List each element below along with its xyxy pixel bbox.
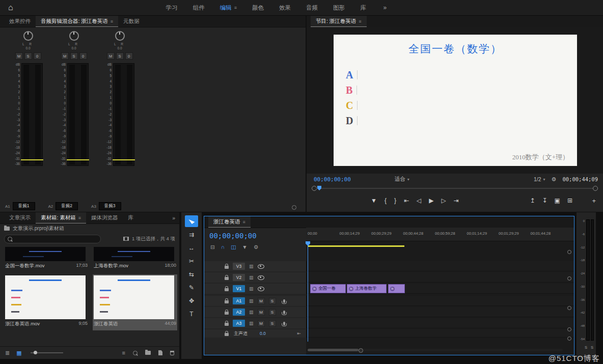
hand-tool[interactable]: ✥ (185, 295, 198, 306)
workspace-tab-learning[interactable]: 学习 (166, 4, 178, 12)
workspace-tab-graphics[interactable]: 图形 (333, 4, 345, 12)
track-select-tool[interactable]: ⇉ (185, 229, 198, 240)
solo-button[interactable]: S (24, 52, 32, 60)
search-input[interactable] (15, 236, 88, 242)
insert-overwrite-nest-button[interactable]: ⊟ (210, 244, 215, 250)
lock-icon[interactable] (225, 288, 229, 291)
clip-thumbnail[interactable] (94, 275, 174, 319)
panel-menu-icon[interactable]: ≡ (359, 19, 361, 24)
scrubber-right-handle[interactable] (593, 186, 598, 191)
panel-menu-icon[interactable]: ≡ (111, 19, 113, 24)
fader-handle[interactable] (67, 159, 89, 160)
panel-menu-icon[interactable]: ≡ (78, 215, 81, 220)
tab-media-browser[interactable]: 媒体浏览器 (86, 212, 123, 223)
master-track[interactable] (306, 329, 574, 338)
workspace-tab-assembly[interactable]: 组件 (193, 4, 205, 12)
scrollbar-dot[interactable] (567, 306, 571, 310)
audio-track-a3[interactable] (306, 318, 574, 328)
track-target-button[interactable]: A2 (233, 309, 245, 316)
audio-track-a1[interactable] (306, 296, 574, 306)
scrollbar-dot[interactable] (567, 327, 571, 331)
volume-fader[interactable]: dB6543210-1-2-3-4-6-9-12-18-24-31-36 (13, 63, 43, 166)
record-keyframe-button[interactable]: 0 (79, 52, 87, 60)
scrollbar-handle[interactable] (308, 349, 359, 351)
scrollbar-dot[interactable] (567, 250, 571, 254)
workspace-menu-icon[interactable]: ≡ (234, 5, 237, 10)
linked-selection-button[interactable]: ◫ (231, 244, 236, 250)
track-output-eye-icon[interactable] (258, 287, 264, 291)
step-back-button[interactable]: ◁ (417, 197, 421, 204)
track-mute-button[interactable]: M (258, 309, 265, 316)
zoom-level-select[interactable]: 适合 ▾ (395, 176, 409, 183)
selection-tool[interactable] (185, 215, 198, 227)
snap-button[interactable]: ∩ (221, 244, 225, 250)
scrubber-playhead[interactable] (317, 186, 321, 190)
track-name-button[interactable]: 音频1 (13, 202, 35, 210)
panel-menu-icon[interactable]: ≡ (243, 219, 245, 225)
go-to-in-button[interactable]: ⇤ (404, 197, 409, 204)
timeline-clip[interactable]: fx 上海卷数学 (347, 284, 387, 293)
search-box[interactable] (4, 235, 101, 243)
solo-button[interactable]: S (116, 52, 124, 60)
pen-tool[interactable]: ✎ (185, 282, 198, 293)
workspace-tab-libraries[interactable]: 库 (360, 4, 366, 12)
sync-lock-icon[interactable]: ▥ (249, 298, 254, 303)
timeline-clip[interactable]: fx (388, 284, 405, 293)
track-target-button[interactable]: A3 (233, 320, 245, 327)
find-button[interactable] (133, 351, 138, 355)
record-keyframe-button[interactable]: 0 (34, 52, 41, 60)
thumbnail-zoom-slider[interactable] (31, 352, 63, 353)
workspace-tab-audio[interactable]: 音频 (306, 4, 318, 12)
record-keyframe-button[interactable]: 0 (125, 52, 133, 60)
sync-lock-icon[interactable]: ▥ (249, 264, 254, 269)
timeline-settings-button[interactable]: ⚙ (254, 244, 258, 250)
comparison-view-button[interactable]: ⊞ (567, 197, 572, 204)
tab-metadata[interactable]: 元数据 (118, 16, 145, 27)
horizontal-scrollbar[interactable] (308, 349, 563, 351)
timeline-current-timecode[interactable]: 00;00;00;00 (209, 232, 257, 240)
fader-handle[interactable] (21, 159, 43, 160)
time-ruler[interactable]: 00;0000;00;14;2900;00;29;2900;00;44;2800… (306, 228, 574, 241)
scrollbar-dot[interactable] (567, 276, 571, 281)
scrollbar-dot[interactable] (567, 337, 571, 341)
lock-icon[interactable] (225, 300, 229, 303)
program-current-timecode[interactable]: 00;00;00;00 (314, 176, 351, 183)
pan-knob[interactable] (69, 31, 79, 41)
lock-icon[interactable] (225, 333, 229, 336)
volume-fader[interactable]: dB6543210-1-2-3-4-6-9-12-18-24-31-36 (105, 63, 134, 166)
ripple-edit-tool[interactable]: ↔ (185, 242, 198, 254)
tab-overflow-icon[interactable]: » (172, 215, 175, 221)
track-mute-button[interactable]: M (258, 298, 265, 304)
solo-button[interactable]: S (70, 52, 78, 60)
new-bin-button[interactable] (145, 351, 151, 355)
playback-resolution-select[interactable]: 1/2 ▾ (534, 176, 545, 182)
lift-button[interactable]: ↥ (530, 197, 535, 204)
track-target-button[interactable]: V2 (233, 274, 245, 281)
video-track-v1[interactable]: fx 全国一卷 fx 上海卷数学 fx (306, 284, 574, 294)
workspace-overflow-icon[interactable]: » (383, 4, 387, 11)
tab-sequence[interactable]: 浙江卷英语 ≡ (208, 216, 251, 228)
lock-icon[interactable] (225, 323, 229, 326)
track-solo-button[interactable]: S (269, 309, 276, 316)
workspace-tab-editing[interactable]: 编辑 ≡ (220, 4, 237, 12)
settings-wrench-icon[interactable]: ⚙ (552, 176, 557, 183)
tab-audio-clip-mixer[interactable]: 音频剪辑混合器: 浙江卷英语 ≡ (36, 16, 118, 27)
add-marker-button[interactable]: ▼ (242, 244, 247, 250)
voiceover-mic-icon[interactable] (283, 322, 285, 325)
mark-in-button[interactable]: { (385, 197, 387, 204)
scrubber-track[interactable] (316, 188, 593, 189)
timeline-clip[interactable]: fx 全国一卷 (310, 284, 346, 293)
step-forward-button[interactable]: ▷ (441, 197, 446, 204)
lock-icon[interactable] (225, 266, 229, 269)
mute-button[interactable]: M (61, 52, 69, 60)
audio-track-a2[interactable] (306, 307, 574, 317)
bin-item[interactable]: 上海卷数学.mov 18;00 (93, 246, 177, 270)
button-editor-button[interactable]: + (592, 197, 596, 205)
track-target-button[interactable]: A1 (233, 297, 245, 304)
extract-button[interactable]: ↧ (542, 197, 547, 204)
master-volume-value[interactable]: 0.0 (260, 331, 266, 336)
fader-handle[interactable] (113, 159, 135, 160)
tab-effect-controls[interactable]: 效果控件 (4, 16, 36, 27)
volume-fader[interactable]: dB6543210-1-2-3-4-6-9-12-18-24-31-36 (59, 63, 89, 166)
breadcrumb[interactable]: 文章演示.prproj\素材箱 (13, 225, 64, 232)
